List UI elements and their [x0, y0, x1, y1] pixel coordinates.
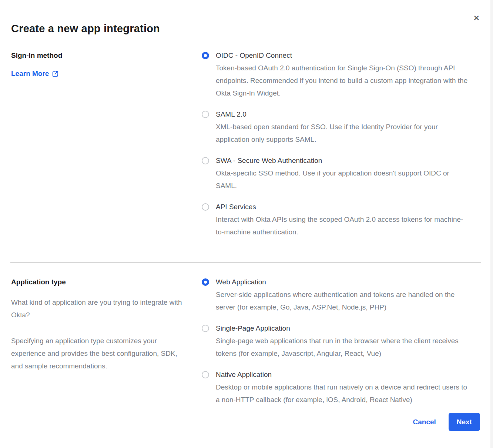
radio-option-label: SAML 2.0	[216, 110, 470, 119]
radio-option-label: API Services	[216, 203, 470, 211]
cancel-button[interactable]: Cancel	[413, 418, 436, 426]
sign-in-method-heading: Sign-in method	[11, 51, 187, 60]
learn-more-label: Learn More	[11, 70, 49, 78]
external-link-icon	[52, 71, 58, 77]
radio-icon[interactable]	[202, 157, 209, 164]
learn-more-link[interactable]: Learn More	[11, 70, 58, 78]
radio-option-oidc[interactable]: OIDC - OpenID Connect Token-based OAuth …	[202, 51, 470, 100]
sign-in-method-left-column: Sign-in method Learn More	[11, 51, 202, 238]
page-title: Create a new app integration	[11, 21, 481, 36]
radio-icon[interactable]	[202, 203, 209, 211]
radio-option-label: Native Application	[216, 370, 470, 379]
radio-icon[interactable]	[202, 278, 209, 286]
application-type-description-2: Specifying an application type customize…	[11, 335, 187, 372]
sign-in-method-section: Sign-in method Learn More OIDC - OpenID …	[11, 51, 481, 238]
radio-icon[interactable]	[202, 371, 209, 378]
radio-icon[interactable]	[202, 52, 209, 59]
application-type-options: Web Application Server-side applications…	[202, 278, 470, 406]
radio-option-label: OIDC - OpenID Connect	[216, 51, 470, 60]
radio-option-label: Web Application	[216, 278, 470, 287]
next-button[interactable]: Next	[449, 413, 480, 431]
radio-option-web-application[interactable]: Web Application Server-side applications…	[202, 278, 470, 314]
section-divider	[10, 262, 481, 263]
radio-option-swa[interactable]: SWA - Secure Web Authentication Okta-spe…	[202, 156, 470, 192]
sign-in-method-options: OIDC - OpenID Connect Token-based OAuth …	[202, 51, 470, 238]
radio-icon[interactable]	[202, 111, 209, 118]
radio-icon[interactable]	[202, 325, 209, 332]
create-app-integration-dialog: ✕ Create a new app integration Sign-in m…	[0, 0, 493, 448]
radio-option-description: Interact with Okta APIs using the scoped…	[216, 213, 470, 238]
radio-option-description: Server-side applications where authentic…	[216, 288, 470, 314]
radio-option-description: Okta-specific SSO method. Use if your ap…	[216, 167, 470, 192]
radio-option-label: Single-Page Application	[216, 324, 470, 333]
application-type-description-1: What kind of application are you trying …	[11, 296, 187, 321]
radio-option-description: XML-based open standard for SSO. Use if …	[216, 121, 470, 146]
application-type-section: Application type What kind of applicatio…	[11, 278, 481, 406]
application-type-left-column: Application type What kind of applicatio…	[11, 278, 202, 406]
radio-option-single-page-application[interactable]: Single-Page Application Single-page web …	[202, 324, 470, 360]
radio-option-label: SWA - Secure Web Authentication	[216, 156, 470, 165]
radio-option-api-services[interactable]: API Services Interact with Okta APIs usi…	[202, 203, 470, 238]
radio-option-description: Single-page web applications that run in…	[216, 335, 470, 360]
scrollbar-track[interactable]	[490, 0, 493, 448]
radio-option-native-application[interactable]: Native Application Desktop or mobile app…	[202, 370, 470, 406]
radio-option-description: Desktop or mobile applications that run …	[216, 381, 470, 406]
close-icon[interactable]: ✕	[472, 13, 480, 23]
dialog-footer: Cancel Next	[413, 413, 480, 431]
application-type-heading: Application type	[11, 278, 187, 287]
radio-option-saml[interactable]: SAML 2.0 XML-based open standard for SSO…	[202, 110, 470, 146]
radio-option-description: Token-based OAuth 2.0 authentication for…	[216, 62, 470, 100]
